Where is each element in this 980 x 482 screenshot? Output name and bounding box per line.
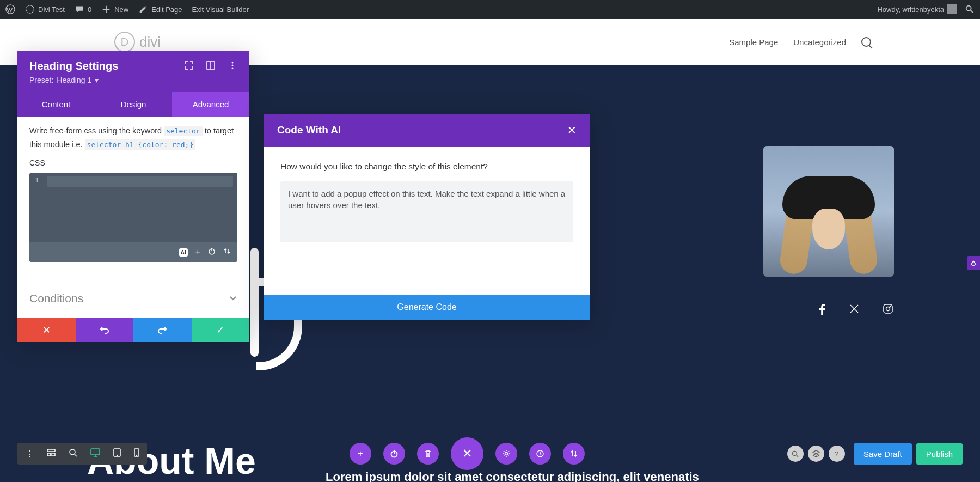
admin-search-icon[interactable] xyxy=(965,4,975,14)
logo-icon: D xyxy=(114,32,135,52)
logo-text: divi xyxy=(139,34,161,51)
howdy-link[interactable]: Howdy, writtenbyekta xyxy=(877,4,957,14)
svg-rect-6 xyxy=(207,62,215,66)
svg-point-8 xyxy=(232,62,234,63)
wp-logo[interactable] xyxy=(5,4,15,14)
search-icon[interactable] xyxy=(861,37,871,47)
svg-point-1 xyxy=(26,5,34,13)
new-link[interactable]: New xyxy=(101,4,128,14)
site-name-text: Divi Test xyxy=(38,5,65,14)
site-name[interactable]: Divi Test xyxy=(25,4,65,14)
edit-page-link[interactable]: Edit Page xyxy=(138,4,182,14)
new-text: New xyxy=(114,5,128,14)
svg-point-9 xyxy=(232,64,234,65)
snap-icon[interactable] xyxy=(206,60,216,66)
comments-link[interactable]: 0 xyxy=(75,4,91,14)
svg-point-2 xyxy=(966,6,971,11)
wp-admin-bar: Divi Test 0 New Edit Page Exit Visual Bu… xyxy=(0,0,980,19)
exit-vb-link[interactable]: Exit Visual Builder xyxy=(192,5,249,14)
panel-title: Heading Settings xyxy=(29,60,118,65)
more-icon[interactable] xyxy=(228,60,237,66)
heading-settings-panel: Heading Settings Preset: Heading 1 ▾ Con… xyxy=(17,51,249,65)
comments-count: 0 xyxy=(88,5,91,14)
logo[interactable]: D divi xyxy=(114,32,161,52)
nav-uncategorized[interactable]: Uncategorized xyxy=(793,38,846,47)
howdy-text: Howdy, writtenbyekta xyxy=(877,5,944,14)
expand-icon[interactable] xyxy=(184,60,194,66)
nav-sample-page[interactable]: Sample Page xyxy=(729,38,778,47)
avatar-icon xyxy=(947,4,957,14)
exit-text: Exit Visual Builder xyxy=(192,5,249,14)
edit-text: Edit Page xyxy=(151,5,182,14)
